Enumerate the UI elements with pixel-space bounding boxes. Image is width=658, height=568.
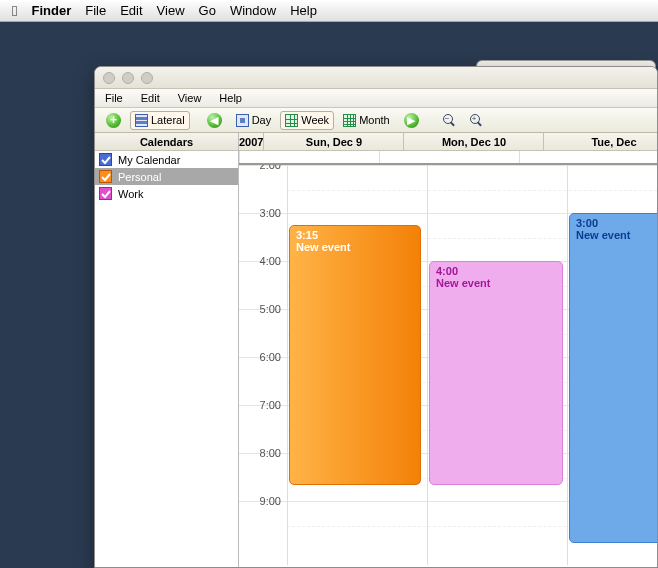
menubar-app-name[interactable]: Finder (31, 3, 71, 18)
calendar-grid: 2007 Sun, Dec 9 Mon, Dec 10 Tue, Dec 2:0… (239, 133, 657, 567)
add-event-button[interactable] (101, 110, 126, 131)
event-time: 4:00 (436, 265, 556, 277)
calendar-item-work[interactable]: Work (95, 185, 238, 202)
app-menu-file[interactable]: File (105, 92, 123, 104)
calendar-label: Personal (118, 171, 161, 183)
arrow-right-icon: ▶ (404, 113, 419, 128)
hour-label: 5:00 (239, 303, 287, 315)
window-titlebar[interactable] (95, 67, 657, 89)
calendars-sidebar: Calendars My Calendar Personal Work (95, 133, 239, 567)
traffic-light-zoom-icon[interactable] (141, 72, 153, 84)
event-violet[interactable]: 4:00 New event (429, 261, 563, 485)
month-view-button[interactable]: Month (338, 111, 395, 130)
menubar-item-view[interactable]: View (157, 3, 185, 18)
hour-label: 4:00 (239, 255, 287, 267)
next-button[interactable]: ▶ (399, 110, 424, 131)
event-orange[interactable]: 3:15 New event (289, 225, 421, 485)
week-label: Week (301, 114, 329, 126)
traffic-light-minimize-icon[interactable] (122, 72, 134, 84)
day-icon (236, 114, 249, 127)
apple-menu-icon[interactable]:  (12, 0, 17, 22)
grid-body[interactable]: 2:00 3:00 4:00 5:00 6:00 7:00 8:00 9:00 (239, 165, 657, 565)
app-menu-help[interactable]: Help (219, 92, 242, 104)
hour-label: 8:00 (239, 447, 287, 459)
calendar-item-personal[interactable]: Personal (95, 168, 238, 185)
hour-label: 9:00 (239, 495, 287, 507)
app-menu-view[interactable]: View (178, 92, 202, 104)
hour-label: 3:00 (239, 207, 287, 219)
calendar-item-my-calendar[interactable]: My Calendar (95, 151, 238, 168)
calendar-checkbox[interactable] (99, 170, 112, 183)
calendar-label: My Calendar (118, 154, 180, 166)
traffic-light-close-icon[interactable] (103, 72, 115, 84)
mac-menubar:  Finder File Edit View Go Window Help (0, 0, 658, 22)
week-icon (285, 114, 298, 127)
hour-label: 6:00 (239, 351, 287, 363)
plus-icon (106, 113, 121, 128)
week-view-button[interactable]: Week (280, 111, 334, 130)
day-label: Day (252, 114, 272, 126)
lateral-icon (135, 114, 148, 127)
calendar-checkbox[interactable] (99, 153, 112, 166)
calendar-label: Work (118, 188, 143, 200)
magnifier-minus-icon: − (443, 114, 456, 127)
year-label: 2007 (239, 133, 264, 150)
prev-button[interactable]: ◀ (202, 110, 227, 131)
app-menubar: File Edit View Help (95, 89, 657, 108)
zoom-in-button[interactable]: + (465, 111, 488, 130)
month-label: Month (359, 114, 390, 126)
calendar-checkbox[interactable] (99, 187, 112, 200)
magnifier-plus-icon: + (470, 114, 483, 127)
lateral-view-button[interactable]: Lateral (130, 111, 190, 130)
event-title: New event (576, 229, 657, 241)
day-header-tue[interactable]: Tue, Dec (544, 133, 657, 150)
event-title: New event (436, 277, 556, 289)
month-icon (343, 114, 356, 127)
menubar-item-help[interactable]: Help (290, 3, 317, 18)
day-header-sun[interactable]: Sun, Dec 9 (264, 133, 404, 150)
menubar-item-edit[interactable]: Edit (120, 3, 142, 18)
day-view-button[interactable]: Day (231, 111, 277, 130)
menubar-item-file[interactable]: File (85, 3, 106, 18)
zoom-out-button[interactable]: − (438, 111, 461, 130)
event-title: New event (296, 241, 414, 253)
day-header-row: 2007 Sun, Dec 9 Mon, Dec 10 Tue, Dec (239, 133, 657, 151)
hour-label: 2:00 (239, 165, 287, 171)
calendar-window: File Edit View Help Lateral ◀ Day Week M… (94, 66, 658, 568)
day-header-mon[interactable]: Mon, Dec 10 (404, 133, 544, 150)
event-blue[interactable]: 3:00 New event (569, 213, 657, 543)
event-time: 3:00 (576, 217, 657, 229)
menubar-item-window[interactable]: Window (230, 3, 276, 18)
toolbar: Lateral ◀ Day Week Month ▶ − + (95, 108, 657, 133)
event-time: 3:15 (296, 229, 414, 241)
sidebar-header: Calendars (95, 133, 238, 151)
menubar-item-go[interactable]: Go (199, 3, 216, 18)
allday-row (239, 151, 657, 165)
app-menu-edit[interactable]: Edit (141, 92, 160, 104)
lateral-label: Lateral (151, 114, 185, 126)
arrow-left-icon: ◀ (207, 113, 222, 128)
hour-label: 7:00 (239, 399, 287, 411)
